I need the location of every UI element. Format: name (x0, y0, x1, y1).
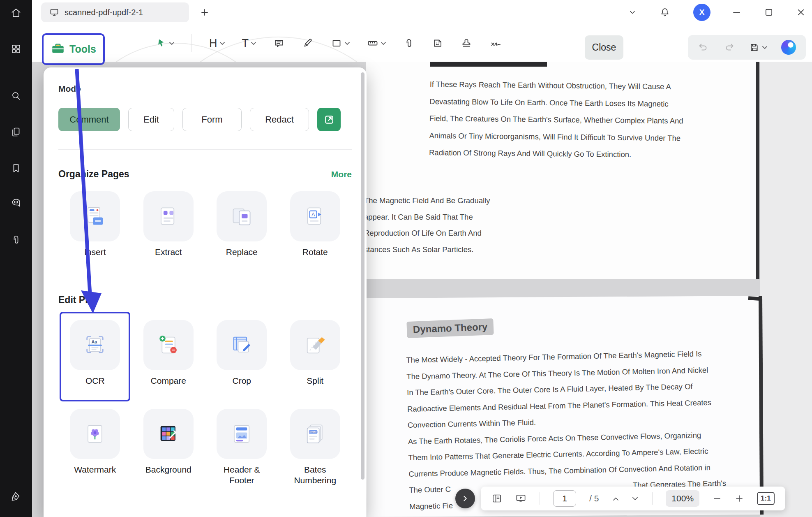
header-footer-item[interactable]: Header & Footer (205, 409, 279, 486)
slideshow-icon[interactable] (515, 493, 526, 504)
page2-heading: Dynamo Theory (406, 318, 494, 338)
tile-label: Bates Numbering (284, 464, 346, 486)
stamp-tool[interactable] (461, 37, 472, 49)
select-tool[interactable] (155, 37, 174, 49)
tools-button[interactable]: Tools (42, 33, 105, 65)
insert-item[interactable]: Insert (58, 191, 132, 257)
page-number-input[interactable] (553, 490, 576, 507)
watermark-icon (70, 409, 120, 459)
more-link[interactable]: More (331, 169, 352, 179)
zoom-level[interactable]: 100% (666, 490, 699, 507)
mode-redact-button[interactable]: Redact (250, 108, 309, 131)
text-fragment: The Outer C (409, 481, 451, 498)
crop-item[interactable]: Crop (205, 320, 279, 386)
thumbnails-icon[interactable] (491, 493, 502, 504)
tile-label: Insert (84, 247, 106, 257)
document-tab[interactable]: scanned-pdf-updf-2-1 (41, 2, 189, 22)
attachment-icon[interactable] (7, 231, 25, 249)
pen-tool[interactable] (302, 37, 314, 49)
previous-page-icon[interactable] (612, 496, 620, 502)
redo-icon[interactable] (723, 42, 735, 53)
home-icon[interactable] (7, 4, 25, 22)
measure-tool[interactable] (367, 37, 386, 49)
view-controls: / 5 100% 1:1 (481, 487, 785, 510)
organize-pages-grid: Insert Extract Replace A Rotate (58, 191, 352, 257)
zoom-out-icon[interactable] (713, 494, 722, 503)
actual-size-button[interactable]: 1:1 (757, 492, 775, 505)
highlight-tool[interactable]: H (209, 38, 225, 49)
minimize-icon[interactable] (732, 8, 741, 17)
history-save-group (688, 35, 806, 60)
text-tool[interactable]: T (242, 38, 256, 49)
chevron-down-icon[interactable] (762, 44, 767, 51)
extract-item[interactable]: Extract (132, 191, 205, 257)
tab-title: scanned-pdf-updf-2-1 (65, 8, 143, 17)
tile-label: Header & Footer (211, 464, 272, 486)
sticker-tool[interactable] (432, 37, 443, 49)
zoom-in-icon[interactable] (735, 494, 744, 503)
search-icon[interactable] (7, 87, 25, 105)
scan-smudge (748, 296, 760, 301)
close-button[interactable]: Close (585, 35, 623, 60)
chevron-down-icon[interactable] (169, 39, 174, 47)
organize-pages-header: Organize Pages More (58, 169, 352, 180)
next-page-icon[interactable] (631, 496, 639, 502)
open-in-window-button[interactable] (317, 108, 341, 131)
bates-numbering-item[interactable]: 000123 Bates Numbering (279, 409, 352, 486)
titlebar: scanned-pdf-updf-2-1 X (32, 0, 812, 25)
divider (540, 492, 540, 505)
replace-item[interactable]: Replace (205, 191, 279, 257)
mode-edit-button[interactable]: Edit (128, 108, 174, 131)
bookmark-icon[interactable] (7, 159, 25, 177)
chevron-down-icon[interactable] (220, 39, 225, 47)
chevron-down-icon[interactable] (628, 8, 637, 16)
chevron-down-icon[interactable] (251, 39, 256, 47)
tools-panel: Mode Comment Edit Form Redact Organize P… (44, 67, 367, 517)
background-item[interactable]: Background (132, 409, 205, 475)
pages-icon[interactable] (7, 123, 25, 141)
ocr-icon: Aa (70, 320, 120, 370)
panel-scrollbar[interactable] (361, 72, 364, 480)
notifications-bell-icon[interactable] (660, 7, 670, 18)
split-item[interactable]: Split (279, 320, 352, 386)
rotate-item[interactable]: A Rotate (279, 191, 352, 257)
mode-comment-button[interactable]: Comment (58, 108, 120, 131)
avatar[interactable]: X (693, 4, 710, 21)
svg-text:Aa: Aa (92, 339, 98, 344)
save-button[interactable] (749, 42, 767, 53)
note-comment-tool[interactable] (273, 37, 285, 49)
new-tab-button[interactable] (200, 7, 210, 17)
toolbar-divider (191, 34, 192, 52)
insert-icon (70, 191, 120, 241)
tile-label: Crop (232, 376, 251, 386)
apps-grid-icon[interactable] (7, 40, 25, 58)
watermark-item[interactable]: Watermark (58, 409, 132, 475)
tile-label: Replace (226, 247, 258, 257)
titlebar-right: X (628, 0, 805, 25)
chevron-down-icon[interactable] (381, 39, 386, 47)
signature-tool[interactable] (489, 37, 502, 49)
edit-pdf-header: Edit PDF (58, 294, 352, 306)
maximize-icon[interactable] (764, 8, 773, 17)
mode-form-button[interactable]: Form (182, 108, 242, 131)
expand-nav-button[interactable] (455, 489, 475, 508)
text-line: Field, The Creatures On The Earth's Surf… (429, 110, 683, 130)
tile-label: Split (307, 376, 323, 386)
compare-item[interactable]: Compare (132, 320, 205, 386)
ocr-item[interactable]: Aa OCR (58, 320, 132, 386)
comments-icon[interactable] (7, 194, 25, 212)
tile-label: OCR (85, 376, 105, 386)
page-total: / 5 (589, 494, 599, 503)
text-line: If These Rays Reach The Earth Without Ob… (430, 76, 684, 95)
toolbox-icon (51, 41, 65, 58)
attach-file-tool[interactable] (403, 37, 415, 49)
text-line: Animals Or Tiny Microorganisms, Will Fin… (429, 127, 683, 146)
edit-pdf-heading: Edit PDF (58, 294, 98, 306)
window-close-icon[interactable] (796, 8, 805, 17)
signature-pen-icon[interactable] (7, 487, 25, 505)
text-line: Reproduction Of Life On Earth And (364, 225, 490, 241)
shape-tool[interactable] (331, 37, 350, 49)
undo-icon[interactable] (698, 42, 709, 53)
ai-assistant-icon[interactable] (781, 40, 796, 55)
chevron-down-icon[interactable] (345, 39, 350, 47)
